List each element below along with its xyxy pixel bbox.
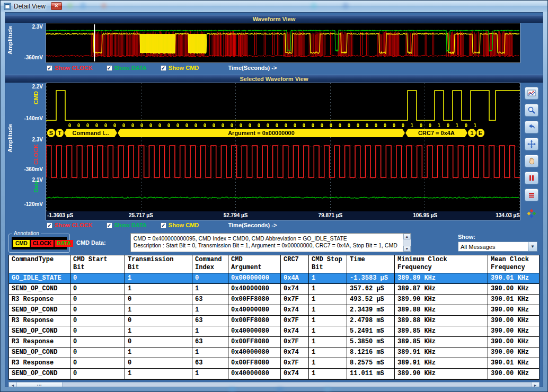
checkbox-icon[interactable]: ✓ [107,65,112,71]
pan-button[interactable] [525,138,538,150]
time-axis-label: Time(Seconds) -> [228,65,277,71]
cmd-data-line1: CMD = 0x400000000095, CMD Index = CMD0, … [134,235,400,242]
cmd-annotation-segment[interactable]: 1 [468,129,476,137]
titlebar[interactable]: Detail View ✕ [1,1,547,12]
close-button[interactable]: ✕ [51,2,62,10]
magnifier-icon [527,106,536,114]
toggle-show-clock[interactable]: ✓Show CLOCK [47,222,93,228]
checkbox-icon[interactable]: ✓ [47,65,52,71]
window-title: Detail View [14,3,46,10]
table-cell: 1 [192,326,228,336]
pause-cursor-button[interactable] [525,172,538,184]
cmd-annotation-segment[interactable]: E [476,129,484,137]
table-cell: 389.90 KHz [395,295,488,305]
table-cell: 1 [125,369,192,379]
show-filter-label: Show: [458,234,537,240]
table-cell: 390.00 KHz [488,305,539,315]
column-header: CommandIndex [192,255,228,273]
color-palette-icon[interactable] [527,209,536,218]
overview-waveform-canvas[interactable] [46,23,520,63]
hand-icon [527,157,536,165]
zoom-button[interactable] [525,104,538,117]
table-body: GO_IDLE_STATE0100x000000000x4A1-1.3583 µ… [9,273,539,379]
table-cell: 8.2575 mS [347,358,395,368]
scroll-down-icon[interactable]: ▼ [403,246,411,252]
show-filter-value: All Messages [461,244,495,250]
table-hscrollbar[interactable]: ◄ ▪▪▪ ► [8,382,540,387]
toggle-show-data[interactable]: ✓Show DATA [107,65,147,71]
graph-settings-button[interactable] [525,87,538,100]
toggle-label: Show DATA [114,65,147,71]
selected-waveform-canvas[interactable] [46,83,520,211]
selected-axis-gutter: Amplitude CMD 2.2V -140mV CLOCK 2.3V -36… [5,83,46,220]
table-cell: 5.3850 mS [347,337,395,347]
clock-vmin-label: -360mV [24,166,43,172]
cmd-data-scrollbar[interactable]: ▲ ▼ [403,234,411,252]
table-cell: 1 [192,348,228,358]
table-row[interactable]: SEND_OP_COND0110x400000800x7412.3439 mS3… [9,305,539,316]
toggle-show-cmd[interactable]: ✓Show CMD [161,65,199,71]
cmd-annotation-segment[interactable]: T [56,129,64,137]
table-cell: 0x74 [281,305,309,315]
toggle-label: Show CMD [169,65,199,71]
table-cell: 0x00FF8080 [228,358,281,368]
cmd-annotation-segment[interactable]: S [47,129,55,137]
scrollbar-thumb[interactable]: ▪▪▪ [17,382,63,387]
table-row[interactable]: R3 Response00630x00FF80800x7F1493.52 µS3… [9,295,539,305]
table-cell: 0 [70,305,125,315]
glass-reflection [342,3,349,9]
scroll-up-icon[interactable]: ▲ [403,234,411,239]
hand-tool-button[interactable] [525,155,538,167]
checkbox-icon[interactable]: ✓ [161,222,166,228]
table-cell: GO_IDLE_STATE [9,273,70,283]
table-row[interactable]: SEND_OP_COND0110x400000800x7415.2491 mS3… [9,326,539,337]
table-cell: 8.1216 mS [347,348,395,358]
cmd-annotation-segment[interactable]: Command I... [64,129,117,137]
table-cell: SEND_OP_COND [9,369,70,379]
time-axis: -1.3603 µS25.717 µS52.794 µS79.871 µS106… [46,211,520,220]
table-cell: 1 [125,326,192,336]
table-cell: 1 [309,337,347,347]
table-cell: 0 [70,358,125,368]
table-cell: 0 [70,295,125,305]
table-row[interactable]: SEND_OP_COND0110x400000800x741357.62 µS3… [9,284,539,295]
scroll-right-icon[interactable]: ► [531,382,539,387]
glass-reflection [324,387,331,391]
table-row[interactable]: SEND_OP_COND0110x400000800x74111.011 mS3… [9,369,539,379]
table-cell: 0x00FF8080 [228,337,281,347]
cmd-annotation-segment[interactable]: Argument = 0x00000000 [118,129,405,137]
clock-vmax-label: 2.3V [32,137,43,142]
cmd-annotation-segment[interactable]: CRC7 = 0x4A [405,129,467,137]
table-cell: 5.2491 mS [347,326,395,336]
undo-zoom-button[interactable] [525,121,538,133]
column-header: CRC7 [281,255,309,273]
checkbox-icon[interactable]: ✓ [47,222,52,228]
table-row[interactable]: R3 Response00630x00FF80800x7F15.3850 mS3… [9,337,539,348]
table-row[interactable]: SEND_OP_COND0110x400000800x7418.1216 mS3… [9,348,539,358]
show-filter-select[interactable]: All Messages ▼ [458,242,537,252]
toggle-show-cmd[interactable]: ✓Show CMD [161,222,199,228]
table-row[interactable]: GO_IDLE_STATE0100x000000000x4A1-1.3583 µ… [9,273,539,284]
toggle-show-clock[interactable]: ✓Show CLOCK [47,65,93,71]
checkbox-icon[interactable]: ✓ [107,222,112,228]
overview-amplitude-label: Amplitude [7,26,13,55]
cmd-data-box[interactable]: CMD = 0x400000000095, CMD Index = CMD0, … [130,233,411,252]
table-cell: 390.00 KHz [488,326,539,336]
checkbox-icon[interactable]: ✓ [161,65,166,71]
table-cell: 389.91 KHz [395,358,488,368]
scroll-left-icon[interactable]: ◄ [9,382,17,387]
glass-reflection [276,387,284,391]
cmd-vmin-label: -140mV [24,115,43,121]
chevron-down-icon[interactable]: ▼ [528,242,537,251]
table-row[interactable]: R3 Response00630x00FF80800x7F18.2575 mS3… [9,358,539,369]
cursor-lines-button[interactable] [525,189,538,201]
annotation-group-label: Annotation [12,230,41,236]
toggle-show-data[interactable]: ✓Show DATA [107,222,147,228]
table-cell: 63 [192,295,228,305]
table-cell: R3 Response [9,358,70,368]
table-row[interactable]: R3 Response00630x00FF80800x7F12.4798 mS3… [9,316,539,326]
table-cell: 1 [309,348,347,358]
table-cell: 1 [309,273,347,283]
waveform-toolbar [520,83,543,220]
table-cell: 1 [192,305,228,315]
